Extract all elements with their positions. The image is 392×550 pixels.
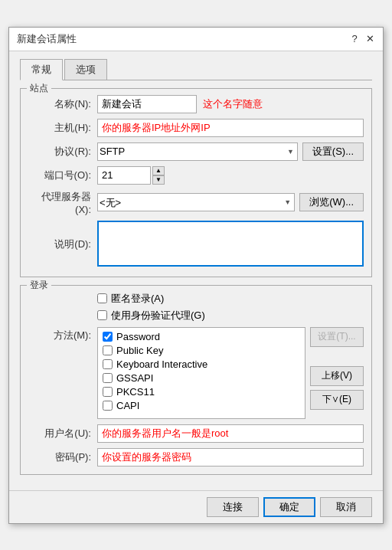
method-publickey-checkbox[interactable] (103, 345, 113, 355)
port-up-button[interactable]: ▲ (152, 166, 165, 175)
method-gssapi-label: GSSAPI (116, 372, 153, 384)
method-buttons: 设置(T)... 上移(V) 下∨(E) (310, 327, 364, 410)
login-group: 登录 匿名登录(A) 使用身份验证代理(G) 方法(M): Password (20, 285, 372, 475)
list-item: GSSAPI (103, 372, 300, 384)
method-gssapi-checkbox[interactable] (103, 373, 113, 383)
method-pkcs11-checkbox[interactable] (103, 387, 113, 397)
login-group-label: 登录 (27, 279, 51, 292)
anonymous-label: 匿名登录(A) (111, 292, 164, 306)
agent-checkbox[interactable] (97, 310, 107, 320)
method-capi-checkbox[interactable] (103, 401, 113, 411)
host-row: 主机(H): (28, 119, 364, 137)
site-group-label: 站点 (27, 82, 51, 95)
port-label: 端口号(O): (28, 169, 97, 182)
title-bar: 新建会话属性 ? ✕ (9, 28, 383, 51)
protocol-control: SFTP FTP SCP WebDAV 设置(S)... (97, 142, 364, 161)
anonymous-row: 匿名登录(A) (97, 292, 364, 306)
port-wrapper: ▲ ▼ (97, 166, 364, 185)
protocol-row: 协议(R): SFTP FTP SCP WebDAV 设置(S)... (28, 142, 364, 161)
method-capi-label: CAPI (116, 400, 139, 411)
proxy-select[interactable]: <无> (97, 193, 295, 211)
desc-row: 说明(D): (28, 221, 364, 269)
port-down-button[interactable]: ▼ (152, 175, 165, 185)
username-input[interactable] (97, 424, 364, 443)
host-label: 主机(H): (28, 121, 97, 135)
protocol-select[interactable]: SFTP FTP SCP WebDAV (97, 142, 298, 161)
port-control: ▲ ▼ (97, 166, 364, 185)
name-row: 名称(N): 这个名字随意 (28, 95, 364, 113)
list-item: Password (103, 331, 300, 342)
method-password-checkbox[interactable] (103, 332, 113, 342)
password-control (97, 448, 364, 467)
bottom-bar: 连接 确定 取消 (9, 490, 383, 523)
cancel-button[interactable]: 取消 (320, 497, 372, 517)
method-list: Password Public Key Keyboard Interactive… (97, 327, 305, 419)
port-input[interactable] (97, 166, 151, 185)
ok-button[interactable]: 确定 (263, 497, 315, 517)
list-item: CAPI (103, 400, 300, 411)
desc-textarea[interactable] (97, 221, 364, 267)
help-button[interactable]: ? (349, 34, 360, 44)
host-input[interactable] (97, 119, 364, 137)
method-label: 方法(M): (28, 327, 97, 342)
method-password-label: Password (116, 331, 160, 342)
port-row: 端口号(O): ▲ ▼ (28, 166, 364, 185)
agent-row: 使用身份验证代理(G) (97, 309, 364, 322)
dialog-body: 常规 选项 站点 名称(N): 这个名字随意 主机(H): (9, 51, 383, 490)
port-spinner: ▲ ▼ (152, 166, 165, 185)
username-control (97, 424, 364, 443)
method-publickey-label: Public Key (116, 345, 163, 356)
tab-bar: 常规 选项 (20, 59, 372, 80)
username-row: 用户名(U): (28, 424, 364, 443)
password-input[interactable] (97, 448, 364, 467)
protocol-label: 协议(R): (28, 145, 97, 159)
desc-control (97, 221, 364, 269)
list-item: PKCS11 (103, 386, 300, 398)
name-label: 名称(N): (28, 97, 97, 111)
agent-label: 使用身份验证代理(G) (111, 309, 205, 322)
method-pkcs11-label: PKCS11 (116, 386, 155, 398)
dialog-title: 新建会话属性 (17, 32, 77, 46)
connect-button[interactable]: 连接 (207, 497, 259, 517)
dialog: 新建会话属性 ? ✕ 常规 选项 站点 名称(N): 这个名字随意 主 (8, 27, 384, 524)
proxy-control: <无> 浏览(W)... (97, 193, 364, 211)
method-keyboard-label: Keyboard Interactive (116, 358, 207, 370)
password-row: 密码(P): (28, 448, 364, 467)
protocol-select-wrapper: SFTP FTP SCP WebDAV (97, 142, 298, 161)
name-input[interactable] (97, 95, 197, 113)
proxy-browse-button[interactable]: 浏览(W)... (299, 193, 364, 211)
name-control: 这个名字随意 (97, 95, 364, 113)
tab-options[interactable]: 选项 (64, 59, 107, 80)
anonymous-checkbox[interactable] (97, 293, 107, 303)
proxy-select-wrapper: <无> (97, 193, 295, 211)
site-group: 站点 名称(N): 这个名字随意 主机(H): 协议(R): (20, 88, 372, 277)
protocol-settings-button[interactable]: 设置(S)... (302, 142, 364, 161)
method-settings-button[interactable]: 设置(T)... (310, 327, 364, 347)
password-label: 密码(P): (28, 450, 97, 464)
list-item: Public Key (103, 345, 300, 356)
proxy-row: 代理服务器(X): <无> 浏览(W)... (28, 190, 364, 215)
method-down-button[interactable]: 下∨(E) (310, 390, 364, 410)
host-control (97, 119, 364, 137)
tab-general[interactable]: 常规 (20, 59, 63, 80)
title-controls: ? ✕ (349, 34, 375, 44)
list-item: Keyboard Interactive (103, 358, 300, 370)
close-button[interactable]: ✕ (364, 34, 375, 44)
desc-label: 说明(D): (28, 237, 97, 251)
method-up-button[interactable]: 上移(V) (310, 366, 364, 386)
method-row: 方法(M): Password Public Key Keyboard Inte… (28, 327, 364, 419)
name-hint: 这个名字随意 (203, 97, 263, 111)
username-label: 用户名(U): (28, 427, 97, 440)
method-keyboard-checkbox[interactable] (103, 359, 113, 369)
proxy-label: 代理服务器(X): (28, 190, 97, 215)
